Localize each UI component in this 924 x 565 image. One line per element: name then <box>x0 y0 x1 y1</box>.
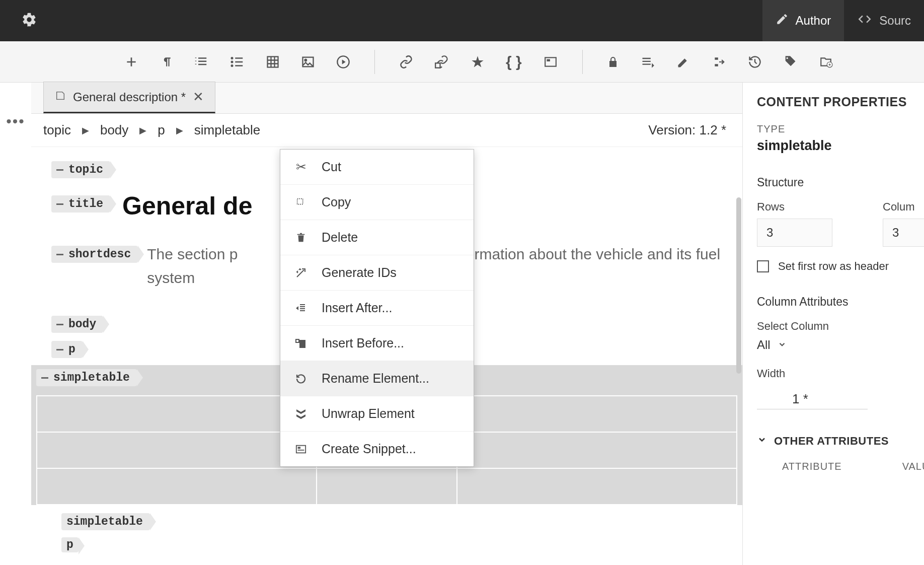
content-ref-icon[interactable] <box>434 55 449 69</box>
rows-input[interactable] <box>757 219 832 247</box>
type-label: TYPE <box>757 123 924 135</box>
svg-rect-12 <box>296 445 305 453</box>
panel-title: CONTENT PROPERTIES <box>757 95 924 109</box>
scrollbar-thumb[interactable] <box>736 197 741 374</box>
author-mode-button[interactable]: Author <box>762 0 844 41</box>
svg-rect-11 <box>297 198 303 204</box>
tab-title: General description * <box>73 90 186 104</box>
type-value: simpletable <box>757 138 924 154</box>
tag-body[interactable]: body <box>51 316 103 333</box>
ctx-delete[interactable]: Delete <box>280 220 474 255</box>
breadcrumb-item[interactable]: p <box>158 122 165 138</box>
svg-rect-13 <box>298 447 301 449</box>
select-column-dropdown[interactable]: All <box>757 338 924 352</box>
link-icon[interactable] <box>399 55 413 69</box>
breadcrumb-item[interactable]: simpletable <box>194 122 261 138</box>
edit-icon[interactable] <box>676 55 690 69</box>
folder-add-icon[interactable] <box>818 55 833 68</box>
table-cell[interactable] <box>37 468 317 505</box>
validate-icon[interactable] <box>640 55 655 69</box>
breadcrumb-item[interactable]: body <box>100 122 128 138</box>
lock-icon[interactable] <box>607 55 619 69</box>
play-icon[interactable] <box>336 55 350 69</box>
ctx-copy[interactable]: Copy <box>280 185 474 220</box>
svg-point-0 <box>231 57 234 59</box>
tag-simpletable[interactable]: simpletable <box>61 513 150 530</box>
insert-before-icon <box>293 337 309 349</box>
ctx-create-snippet[interactable]: Create Snippet... <box>280 432 474 466</box>
source-mode-button[interactable]: Sourc <box>844 0 924 41</box>
plus-icon[interactable] <box>125 55 138 68</box>
content-properties-panel: CONTENT PROPERTIES TYPE simpletable Stru… <box>743 83 924 565</box>
svg-rect-9 <box>547 59 550 61</box>
other-attributes-toggle[interactable]: OTHER ATTRIBUTES <box>757 435 924 448</box>
braces-icon[interactable]: { } <box>506 53 522 70</box>
svg-point-5 <box>305 59 307 61</box>
history-icon[interactable] <box>748 55 762 69</box>
unordered-list-icon[interactable] <box>229 54 245 69</box>
chevron-down-icon <box>757 435 767 448</box>
chevron-right-icon: ▶ <box>139 125 146 136</box>
svg-rect-3 <box>268 56 278 67</box>
source-mode-label: Sourc <box>879 14 911 28</box>
tag-shortdesc[interactable]: shortdesc <box>51 246 138 263</box>
header-row-checkbox[interactable] <box>757 260 769 272</box>
left-rail: ••• <box>0 83 31 565</box>
rows-label: Rows <box>757 200 832 214</box>
rename-icon <box>293 373 309 385</box>
pencil-icon <box>776 13 789 29</box>
breadcrumb-item[interactable]: topic <box>43 122 71 138</box>
ctx-rename-element[interactable]: Rename Element... <box>280 361 474 396</box>
ctx-generate-ids[interactable]: Generate IDs <box>280 255 474 291</box>
image-icon[interactable] <box>301 55 315 69</box>
ctx-insert-after[interactable]: Insert After... <box>280 291 474 326</box>
table-cell[interactable] <box>37 396 317 432</box>
breadcrumb-row: topic ▶ body ▶ p ▶ simpletable Version: … <box>31 114 742 147</box>
ctx-unwrap-element[interactable]: Unwrap Element <box>280 396 474 432</box>
select-column-label: Select Column <box>757 320 924 333</box>
snippet-icon <box>293 444 309 455</box>
document-title[interactable]: General de <box>122 191 252 221</box>
copy-icon <box>293 197 309 208</box>
columns-input[interactable] <box>883 219 924 247</box>
table-cell[interactable] <box>317 468 456 505</box>
columns-label: Colum <box>883 200 924 214</box>
tag-icon[interactable] <box>783 55 797 69</box>
document-tab[interactable]: General description * ✕ <box>43 82 215 113</box>
structure-heading: Structure <box>757 176 924 189</box>
ctx-insert-before[interactable]: Insert Before... <box>280 326 474 361</box>
table-icon[interactable] <box>266 55 280 69</box>
ctx-cut[interactable]: ✂Cut <box>280 150 474 185</box>
more-icon[interactable]: ••• <box>6 113 25 130</box>
doc-icon <box>55 90 66 104</box>
tag-p[interactable]: p <box>61 537 79 552</box>
tag-simpletable[interactable]: simpletable <box>36 369 137 386</box>
version-label: Version: 1.2 * <box>648 122 726 138</box>
close-icon[interactable]: ✕ <box>193 89 204 105</box>
column-attrs-heading: Column Attributes <box>757 295 924 309</box>
tag-title[interactable]: title <box>51 195 110 213</box>
merge-icon[interactable] <box>712 55 727 68</box>
value-col-header: VALU <box>902 461 924 472</box>
ordered-list-icon[interactable] <box>193 54 208 69</box>
code-icon <box>857 12 872 30</box>
header-row-checkbox-label: Set first row as header <box>778 260 889 273</box>
unwrap-icon <box>293 408 309 420</box>
snippet-icon[interactable] <box>543 55 558 68</box>
table-cell[interactable] <box>37 432 317 468</box>
table-cell[interactable] <box>457 396 737 432</box>
table-cell[interactable] <box>457 468 737 505</box>
special-char-icon[interactable] <box>471 55 485 69</box>
svg-rect-8 <box>545 57 556 66</box>
tag-topic[interactable]: topic <box>51 161 110 178</box>
tab-strip: General description * ✕ <box>31 83 742 114</box>
gear-icon[interactable] <box>21 12 37 30</box>
svg-point-1 <box>231 60 234 63</box>
table-cell[interactable] <box>457 432 737 468</box>
tag-p[interactable]: p <box>51 341 83 358</box>
chevron-right-icon: ▶ <box>82 125 89 136</box>
author-mode-label: Author <box>796 14 831 28</box>
toolbar-separator <box>582 50 583 74</box>
pilcrow-icon[interactable] <box>159 54 172 69</box>
width-input[interactable]: 1 * <box>757 385 868 409</box>
